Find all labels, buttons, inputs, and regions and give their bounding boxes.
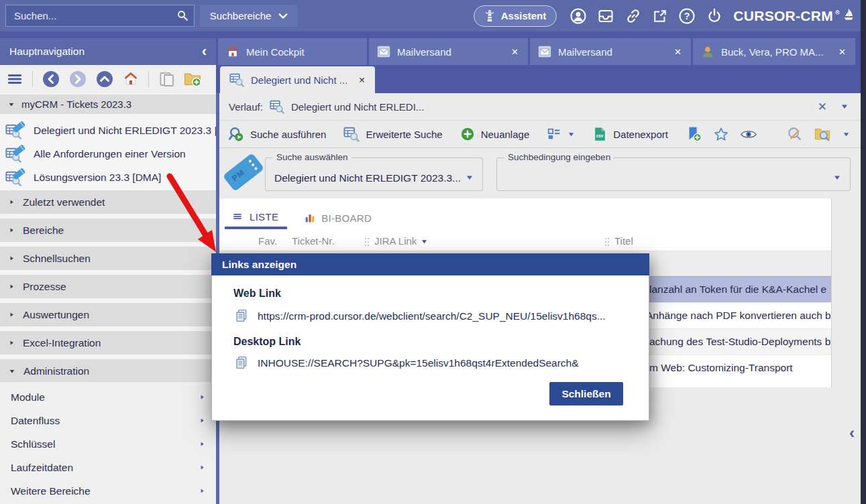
collapse-sidebar-icon[interactable]: ‹ bbox=[202, 45, 207, 58]
help-icon[interactable] bbox=[679, 8, 695, 24]
add-folder-icon[interactable] bbox=[184, 70, 201, 88]
close-tab-icon[interactable]: ✕ bbox=[673, 47, 683, 57]
search-condition-dropdown[interactable]: Suchbedingung eingeben bbox=[496, 158, 851, 191]
external-link-icon[interactable] bbox=[653, 9, 667, 23]
dropdown-icon[interactable] bbox=[843, 131, 850, 138]
edit-search-icon[interactable] bbox=[786, 126, 802, 142]
tab-mailversand-1[interactable]: Mailversand ✕ bbox=[369, 38, 528, 65]
drag-handle-icon[interactable] bbox=[364, 237, 370, 247]
run-search-button[interactable]: Suche ausführen bbox=[228, 126, 326, 142]
inbox-tray-icon[interactable] bbox=[598, 8, 614, 24]
add-bookmark-icon[interactable] bbox=[686, 126, 702, 142]
dropdown-icon[interactable] bbox=[833, 174, 841, 182]
sidebar-section-excel-integration[interactable]: Excel-Integration bbox=[0, 331, 216, 355]
sidebar-section-zuletzt-verwendet[interactable]: Zuletzt verwendet bbox=[0, 190, 216, 214]
clear-history-icon[interactable]: ✕ bbox=[818, 100, 827, 114]
tab-mein-cockpit[interactable]: Mein Cockpit bbox=[218, 38, 367, 65]
create-button[interactable]: Neuanlage bbox=[460, 127, 530, 141]
web-link-url[interactable]: https://crm-prod.cursor.de/webclient/sea… bbox=[258, 310, 606, 322]
copy-icon[interactable] bbox=[235, 356, 248, 369]
column-jira-link[interactable]: JIRA Link bbox=[374, 232, 417, 250]
search-scope-button[interactable]: Suchbereiche bbox=[200, 5, 298, 27]
topbar-icons bbox=[570, 8, 722, 24]
close-dialog-button[interactable]: Schließen bbox=[549, 382, 623, 405]
drag-handle-icon[interactable] bbox=[604, 237, 610, 247]
table-search-icon bbox=[343, 126, 360, 142]
clipboard-icon[interactable] bbox=[158, 71, 174, 87]
copy-icon[interactable] bbox=[235, 309, 248, 322]
tab-mailversand-2[interactable]: Mailversand ✕ bbox=[530, 38, 691, 65]
sidebar-section-schnellsuchen[interactable]: Schnellsuchen bbox=[0, 247, 216, 270]
main-tabband: Hauptnavigation ‹ Mein Cockpit Mailversa… bbox=[0, 32, 866, 65]
group-label: myCRM - Tickets 2023.3 bbox=[21, 99, 131, 110]
forward-icon[interactable] bbox=[69, 70, 87, 88]
sidebar-section-prozesse[interactable]: Prozesse bbox=[0, 275, 216, 298]
home-icon[interactable] bbox=[123, 71, 139, 87]
visibility-eye-icon[interactable] bbox=[741, 129, 757, 140]
sidebar-section-bereiche[interactable]: Bereiche bbox=[0, 218, 216, 242]
collapsed-icon bbox=[9, 199, 15, 205]
sidebar-title: Hauptnavigation bbox=[9, 46, 85, 58]
search-icon[interactable] bbox=[176, 9, 188, 21]
sidebar-search-loesungsversion[interactable]: Lösungsversion 23.3 [DMA] bbox=[0, 166, 216, 189]
link-icon[interactable] bbox=[625, 8, 641, 24]
menu-icon[interactable] bbox=[7, 71, 23, 87]
collapsed-icon bbox=[9, 340, 15, 346]
search-select-dropdown[interactable]: Suche auswählen Delegiert und Nicht ERLE… bbox=[265, 158, 483, 191]
administration-submenu: Module Datenfluss Schlüssel Laufzeitdate… bbox=[0, 382, 216, 504]
tab-bi-board[interactable]: BI-BOARD bbox=[298, 206, 380, 229]
divider bbox=[148, 71, 149, 87]
extended-search-button[interactable]: Erweiterte Suche bbox=[343, 126, 442, 142]
tab-delegiert-search[interactable]: Delegiert und Nicht ... ✕ bbox=[220, 66, 375, 93]
section-label: Bereiche bbox=[23, 225, 64, 237]
run-search-icon bbox=[228, 126, 244, 142]
folder-search-icon[interactable] bbox=[814, 126, 830, 142]
close-tab-icon[interactable]: ✕ bbox=[837, 47, 847, 57]
back-icon[interactable] bbox=[42, 70, 60, 88]
desktop-link-url[interactable]: INHOUSE://SEARCH?SUPG&pk=15elisv1h68qst4… bbox=[258, 357, 579, 369]
collapsed-icon bbox=[9, 227, 15, 233]
csv-file-icon bbox=[592, 127, 607, 141]
sidebar-section-auswertungen[interactable]: Auswertungen bbox=[0, 303, 216, 326]
export-button[interactable]: Datenexport bbox=[592, 127, 668, 141]
column-ticket-nr[interactable]: Ticket-Nr. bbox=[292, 232, 335, 250]
tab-buck-vera[interactable]: Buck, Vera, PRO MA... ✕ bbox=[693, 38, 855, 65]
tab-liste[interactable]: LISTE bbox=[225, 206, 287, 229]
sidebar-item-weitere-bereiche[interactable]: Weitere Bereiche bbox=[0, 479, 216, 503]
item-label: Datenfluss bbox=[11, 415, 60, 427]
close-tab-icon[interactable]: ✕ bbox=[510, 47, 520, 57]
history-dropdown-icon[interactable] bbox=[841, 103, 849, 111]
sidebar-section-administration[interactable]: Administration bbox=[0, 359, 216, 383]
sidebar-search-delegiert[interactable]: Delegiert und Nicht ERLEDIGT 2023.3 | bbox=[0, 119, 216, 142]
button-label: Neuanlage bbox=[481, 129, 530, 140]
column-sort-icon[interactable] bbox=[421, 238, 428, 245]
favorite-star-icon[interactable] bbox=[714, 127, 728, 141]
power-icon[interactable] bbox=[706, 8, 722, 24]
column-fav[interactable]: Fav. bbox=[258, 232, 277, 250]
view-config-button[interactable] bbox=[547, 127, 575, 141]
history-entry[interactable]: Delegiert und Nicht ERLEDI... bbox=[291, 101, 424, 113]
web-link-label: Web Link bbox=[233, 288, 281, 300]
column-titel[interactable]: Titel bbox=[614, 232, 633, 250]
chevron-down-icon bbox=[278, 11, 288, 21]
view-tabs: LISTE BI-BOARD bbox=[225, 206, 380, 229]
sidebar-item-schluessel[interactable]: Schlüssel bbox=[0, 432, 216, 456]
dropdown-icon[interactable] bbox=[466, 174, 474, 182]
up-icon[interactable] bbox=[96, 70, 113, 88]
sidebar-search-anforderungen[interactable]: Alle Anforderungen einer Version bbox=[0, 142, 216, 166]
user-avatar-icon[interactable] bbox=[570, 8, 586, 24]
sidebar-item-laufzeitdaten[interactable]: Laufzeitdaten bbox=[0, 456, 216, 479]
sidebar-group-mycrm[interactable]: myCRM - Tickets 2023.3 bbox=[0, 94, 216, 114]
sidebar-item-datenfluss[interactable]: Datenfluss bbox=[0, 409, 216, 432]
close-subtab-icon[interactable]: ✕ bbox=[358, 75, 365, 85]
search-input[interactable] bbox=[5, 5, 195, 27]
collapse-right-panel-icon[interactable]: ‹ bbox=[849, 424, 855, 442]
fieldset-legend: Suche auswählen bbox=[273, 152, 351, 162]
sidebar-item-module[interactable]: Module bbox=[0, 385, 216, 409]
assistant-label: Assistent bbox=[501, 10, 547, 21]
assistant-button[interactable]: Assistent bbox=[474, 5, 557, 27]
layout-icon bbox=[547, 127, 561, 141]
dropdown-icon bbox=[567, 131, 575, 138]
home-icon bbox=[226, 45, 239, 58]
row-titel: Anhänge nach PDF konvertieren auch b bbox=[646, 303, 831, 328]
